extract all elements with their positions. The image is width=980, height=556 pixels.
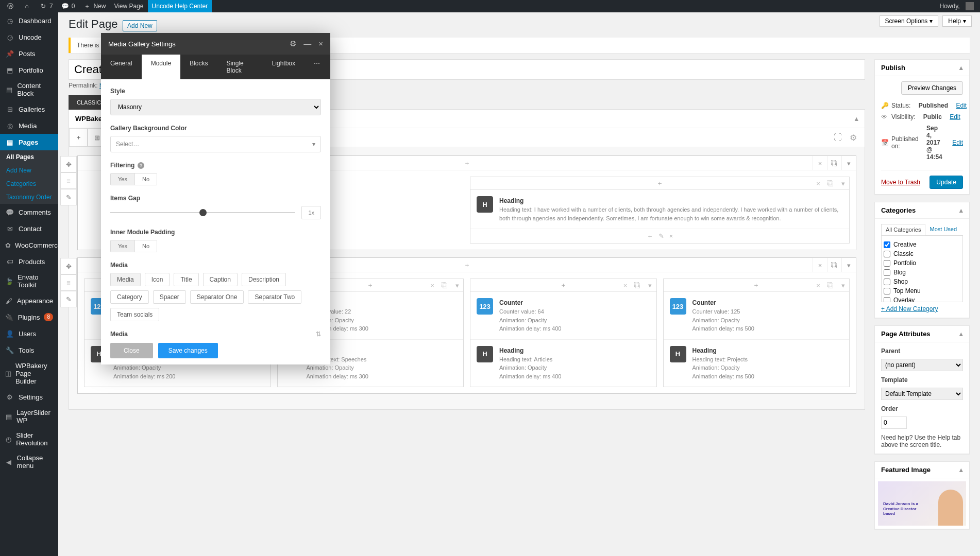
updates-indicator[interactable]: ↻7 <box>35 0 57 12</box>
admin-bar: ⓦ ⌂ ↻7 💬0 ＋New View Page Uncode Help Cen… <box>0 0 980 12</box>
avatar-icon <box>966 2 974 10</box>
home-link[interactable]: ⌂ <box>19 0 35 12</box>
comments-indicator[interactable]: 💬0 <box>57 0 79 12</box>
howdy-user[interactable]: Howdy, <box>936 0 978 12</box>
help-center[interactable]: Uncode Help Center <box>148 0 212 12</box>
wp-logo[interactable]: ⓦ <box>2 0 19 12</box>
new-content[interactable]: ＋New <box>79 0 110 12</box>
view-page[interactable]: View Page <box>110 0 147 12</box>
